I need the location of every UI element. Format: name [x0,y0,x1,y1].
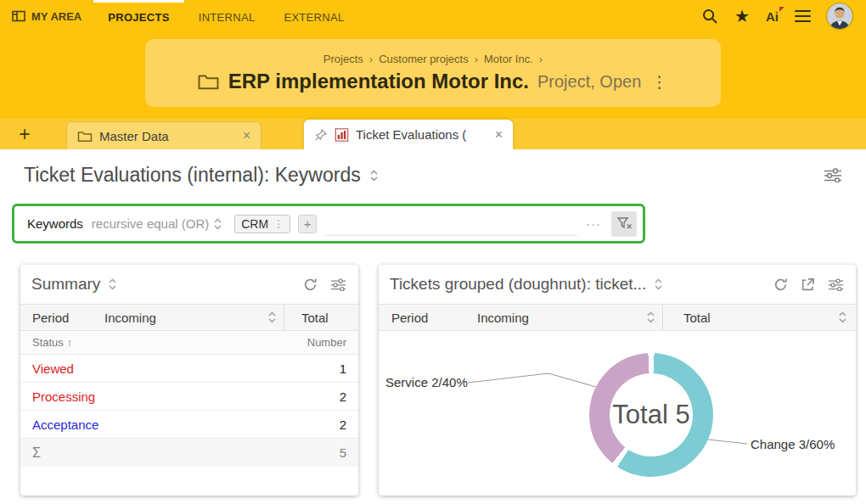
summary-panel-title: Summary [31,275,100,294]
chip-menu-icon[interactable]: ⋮ [273,218,284,230]
summary-column-header-row: Period Incoming Total [20,304,358,331]
filter-value-input[interactable] [325,212,577,236]
summary-panel: Summary Period [20,265,358,496]
sum-value: 5 [340,445,358,460]
breadcrumb-item-customer-projects[interactable]: Customer projects [379,53,468,65]
refresh-icon[interactable] [303,277,318,292]
project-folder-icon [197,72,220,91]
filter-operator-dropdown[interactable]: recursive equal (OR) [92,216,209,231]
project-header-band: Projects › Customer projects › Motor Inc… [0,32,866,119]
breadcrumb-separator: › [369,53,373,65]
row-count: 1 [340,361,358,376]
chart-icon [335,128,349,142]
add-filter-value-button[interactable]: + [298,215,317,233]
breadcrumb-separator: › [539,53,543,65]
topbar-actions [701,0,858,32]
incoming-sort-icon[interactable] [646,311,655,324]
tab-strip: + Master Data × Ticket Evaluations ( × [0,119,866,149]
tab-label: Master Data [99,129,169,143]
user-avatar[interactable] [827,3,852,29]
column-period[interactable]: Period [379,305,477,330]
export-icon[interactable] [801,277,815,292]
breadcrumb: Projects › Customer projects › Motor Inc… [323,53,543,65]
title-sort-icon[interactable] [369,169,379,182]
breadcrumb-item-projects[interactable]: Projects [323,53,363,65]
status-link[interactable]: Acceptance [20,417,98,432]
tab-ticket-evaluations[interactable]: Ticket Evaluations ( × [304,120,513,149]
sort-direction-arrow-icon: ↑ [67,336,73,349]
main-content: Ticket Evaluations (internal): Keywords … [0,149,866,504]
tab-label: Ticket Evaluations ( [356,127,466,142]
project-title-row: ERP implementation Motor Inc. Project, O… [197,70,670,93]
table-row-viewed: Viewed 1 [20,355,358,383]
my-area-icon [12,10,25,22]
breadcrumb-item-motor-inc[interactable]: Motor Inc. [484,53,533,65]
status-link[interactable]: Viewed [20,361,74,376]
filter-more-button[interactable]: ··· [586,216,601,231]
doughnut-chart: Total 5 Service 2/40% Change 3/60% [379,331,856,496]
pin-icon [314,128,328,142]
column-total[interactable]: Total [284,305,358,330]
status-sort-header[interactable]: Status ↑ [20,336,72,349]
search-icon[interactable] [701,8,718,25]
filter-highlight-annotation: Keywords recursive equal (OR) CRM ⋮ + ··… [12,204,645,244]
filter-field-label: Keywords [27,216,83,231]
filter-clear-icon [616,216,633,231]
doughnut-total-label: Total 5 [589,353,713,477]
breadcrumb-separator: › [475,53,478,65]
tab-master-data[interactable]: Master Data × [66,121,261,149]
favorites-star-icon[interactable] [734,8,750,25]
column-incoming[interactable]: Incoming [477,305,662,330]
folder-icon [77,130,93,143]
row-count: 2 [340,389,358,404]
number-header: Number [307,336,358,349]
column-incoming[interactable]: Incoming [104,305,284,330]
my-area-label: MY AREA [31,10,82,23]
total-sort-icon[interactable] [838,311,847,324]
doughnut-column-header-row: Period Incoming Total [379,304,856,331]
page-title-row: Ticket Evaluations (internal): Keywords [0,149,866,187]
incoming-sort-icon[interactable] [267,311,277,324]
menu-hamburger-icon[interactable] [795,10,811,23]
column-period[interactable]: Period [20,305,104,330]
page-title: Ticket Evaluations (internal): Keywords [24,164,361,187]
project-header-card: Projects › Customer projects › Motor Inc… [145,39,721,107]
nav-external[interactable]: EXTERNAL [269,0,358,32]
main-nav: PROJECTS INTERNAL EXTERNAL [93,0,358,32]
panel-settings-sliders-icon[interactable] [828,278,844,291]
summary-panel-header: Summary [20,265,358,304]
operator-chevrons-icon[interactable] [213,217,222,231]
table-row-processing: Processing 2 [20,383,358,411]
doughnut-panel: Tickets grouped (doughnut): ticket... [379,265,856,496]
slice-label-service: Service 2/40% [385,375,468,389]
top-navigation-bar: MY AREA PROJECTS INTERNAL EXTERNAL [0,0,866,32]
summary-sort-icon[interactable] [108,277,117,291]
project-title: ERP implementation Motor Inc. [228,70,529,93]
ai-assistant-icon[interactable] [766,9,779,24]
sum-symbol: Σ [20,445,41,461]
filter-value-chip[interactable]: CRM ⋮ [234,215,290,233]
summary-subheader-row: Status ↑ Number [20,331,358,355]
doughnut-panel-title: Tickets grouped (doughnut): ticket... [390,275,646,294]
view-settings-sliders-icon[interactable] [824,168,842,182]
doughnut-sort-icon[interactable] [654,277,663,291]
project-status: Project, Open [537,72,641,92]
app-window: MY AREA PROJECTS INTERNAL EXTERNAL [0,0,866,504]
sum-row: Σ 5 [20,439,358,467]
table-row-acceptance: Acceptance 2 [20,411,358,439]
close-tab-icon[interactable]: × [241,128,252,143]
refresh-icon[interactable] [773,277,788,292]
panel-settings-sliders-icon[interactable] [330,278,346,291]
my-area-button[interactable]: MY AREA [7,0,93,32]
nav-internal[interactable]: INTERNAL [184,0,270,32]
row-count: 2 [340,417,358,432]
close-tab-icon[interactable]: × [493,127,504,143]
clear-filter-button[interactable] [611,211,637,237]
column-total[interactable]: Total [662,305,856,330]
project-menu-kebab-icon[interactable]: ⋮ [650,72,669,92]
status-link[interactable]: Processing [20,389,95,404]
nav-projects[interactable]: PROJECTS [93,0,183,32]
chip-value: CRM [241,217,268,231]
add-tab-button[interactable]: + [12,119,37,149]
doughnut-panel-header: Tickets grouped (doughnut): ticket... [379,265,856,304]
